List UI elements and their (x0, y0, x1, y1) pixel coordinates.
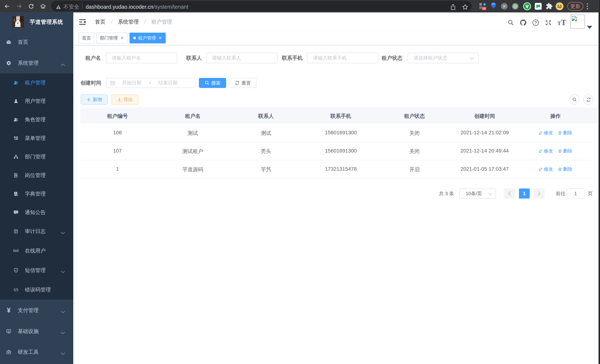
svg-text:⌘: ⌘ (503, 4, 506, 8)
svg-text:10: 10 (482, 7, 486, 10)
